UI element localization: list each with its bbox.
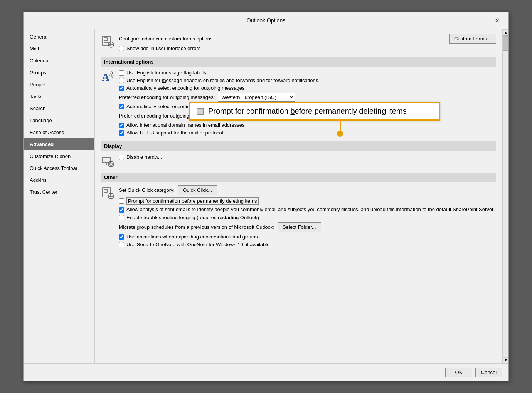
prompt-delete-row: Prompt for confirmation before permanent… xyxy=(119,197,496,205)
auto-vcards-row: Automatically select encoding for outgoi… xyxy=(119,104,496,109)
use-english-flags-label[interactable]: Use English for message flag labels xyxy=(126,70,206,76)
quick-click-label: Set Quick Click category: xyxy=(119,187,175,193)
other-content: Set Quick Click category: Quick Click...… xyxy=(119,185,496,249)
ok-button[interactable]: OK xyxy=(445,368,472,377)
close-button[interactable]: ✕ xyxy=(492,15,502,26)
custom-forms-button[interactable]: Custom Forms... xyxy=(449,34,496,44)
allow-utf8-checkbox[interactable] xyxy=(119,130,124,136)
sidebar-item-mail[interactable]: Mail xyxy=(24,43,94,55)
custom-forms-content: Configure advanced custom forms options.… xyxy=(119,34,496,53)
svg-point-11 xyxy=(108,161,114,167)
international-content: Use English for message flag labels Use … xyxy=(119,70,496,138)
scrollbar-thumb[interactable] xyxy=(503,35,508,51)
scrollbar-up-arrow[interactable]: ▲ xyxy=(503,29,508,35)
enable-troubleshooting-row: Enable troubleshooting logging (requires… xyxy=(119,215,496,220)
scrollbar-down-arrow[interactable]: ▼ xyxy=(503,357,508,363)
preferred-vcards-row: Preferred encoding for outgoing vCards: … xyxy=(119,111,496,120)
auto-vcards-label[interactable]: Automatically select encoding for outgoi… xyxy=(126,104,237,109)
outlook-options-dialog: Outlook Options ✕ General Mail Calendar … xyxy=(23,12,509,381)
other-header: Other xyxy=(101,173,496,182)
use-send-to-onenote-label[interactable]: Use Send to OneNote with OneNote for Win… xyxy=(126,242,269,247)
forms-icon xyxy=(101,35,115,49)
international-icon: A A xyxy=(101,71,115,84)
sidebar-item-ease-of-access[interactable]: Ease of Access xyxy=(24,126,94,138)
scrollable-content: Configure advanced custom forms options.… xyxy=(95,29,502,363)
svg-rect-10 xyxy=(103,157,110,163)
show-addin-errors-checkbox[interactable] xyxy=(119,46,124,51)
svg-rect-16 xyxy=(104,189,107,192)
display-content: Disable hardw... xyxy=(119,154,496,162)
use-animations-label[interactable]: Use animations when expanding conversati… xyxy=(126,234,258,240)
international-row: A A Use English for message flag labels xyxy=(101,70,496,138)
sidebar-item-general[interactable]: General xyxy=(24,31,94,43)
custom-forms-description: Configure advanced custom forms options. xyxy=(119,36,444,42)
sidebar-item-language[interactable]: Language xyxy=(24,114,94,126)
sidebar-item-groups[interactable]: Groups xyxy=(24,67,94,79)
allow-intl-domain-checkbox[interactable] xyxy=(119,123,124,128)
custom-forms-row: Configure advanced custom forms options.… xyxy=(101,34,496,53)
use-animations-row: Use animations when expanding conversati… xyxy=(119,234,496,240)
auto-encoding-label[interactable]: Automatically select encoding for outgoi… xyxy=(126,85,244,91)
svg-point-12 xyxy=(110,163,112,165)
quick-click-button[interactable]: Quick Click... xyxy=(178,185,217,195)
disable-hardware-label[interactable]: Disable hardw... xyxy=(126,154,162,160)
sidebar-item-customize-ribbon[interactable]: Customize Ribbon xyxy=(24,150,94,162)
use-english-flags-row: Use English for message flag labels xyxy=(119,70,496,76)
cancel-button[interactable]: Cancel xyxy=(475,368,502,377)
enable-troubleshooting-label[interactable]: Enable troubleshooting logging (requires… xyxy=(126,215,259,220)
scrollbar[interactable]: ▲ ▼ xyxy=(502,29,508,363)
allow-intl-domain-label[interactable]: Allow international domain names in emai… xyxy=(126,122,244,128)
use-english-headers-row: Use English for message headers on repli… xyxy=(119,77,496,83)
title-bar: Outlook Options ✕ xyxy=(24,12,508,29)
allow-analysis-checkbox[interactable] xyxy=(119,207,124,213)
sidebar: General Mail Calendar Groups People Task… xyxy=(24,29,95,363)
migrate-schedules-label: Migrate group schedules from a previous … xyxy=(119,224,274,230)
auto-vcards-checkbox[interactable] xyxy=(119,104,124,109)
select-folder-button[interactable]: Select Folder... xyxy=(278,222,321,232)
sidebar-item-search[interactable]: Search xyxy=(24,102,94,114)
preferred-encoding-row: Preferred encoding for outgoing messages… xyxy=(119,93,496,102)
prompt-delete-checkbox[interactable] xyxy=(119,198,124,204)
sidebar-item-advanced[interactable]: Advanced xyxy=(24,138,94,150)
use-animations-checkbox[interactable] xyxy=(119,234,124,240)
display-header: Display xyxy=(101,141,496,151)
preferred-encoding-label: Preferred encoding for outgoing messages… xyxy=(119,94,215,100)
quick-click-row: Set Quick Click category: Quick Click... xyxy=(119,185,496,195)
allow-intl-domain-row: Allow international domain names in emai… xyxy=(119,122,496,128)
allow-analysis-label[interactable]: Allow analysis of sent emails to identif… xyxy=(126,207,495,212)
other-row: Set Quick Click category: Quick Click...… xyxy=(101,185,496,249)
use-english-headers-checkbox[interactable] xyxy=(119,78,124,83)
show-addin-errors-row: Show add-in user interface errors xyxy=(119,45,496,51)
allow-analysis-row: Allow analysis of sent emails to identif… xyxy=(119,207,496,213)
sidebar-item-trust-center[interactable]: Trust Center xyxy=(24,186,94,198)
svg-text:A: A xyxy=(108,71,114,80)
sidebar-item-calendar[interactable]: Calendar xyxy=(24,55,94,67)
sidebar-item-tasks[interactable]: Tasks xyxy=(24,91,94,102)
sidebar-item-people[interactable]: People xyxy=(24,79,94,91)
international-header: International options xyxy=(101,57,496,67)
display-row: Disable hardw... xyxy=(101,154,496,169)
enable-troubleshooting-checkbox[interactable] xyxy=(119,215,124,220)
show-addin-errors-label[interactable]: Show add-in user interface errors xyxy=(126,45,200,51)
preferred-encoding-select[interactable]: Western European (ISO) xyxy=(218,93,295,102)
use-english-headers-label[interactable]: Use English for message headers on repli… xyxy=(126,77,320,83)
preferred-vcards-select[interactable]: Western European (Windows) xyxy=(211,111,290,120)
sidebar-item-add-ins[interactable]: Add-ins xyxy=(24,174,94,186)
disable-hardware-checkbox[interactable] xyxy=(119,155,124,160)
content-wrapper: Configure advanced custom forms options.… xyxy=(95,29,508,363)
disable-hardware-row: Disable hardw... xyxy=(119,154,496,160)
svg-rect-1 xyxy=(104,38,107,41)
allow-utf8-row: Allow UTF-8 support for the mailto: prot… xyxy=(119,130,496,136)
allow-utf8-label[interactable]: Allow UTF-8 support for the mailto: prot… xyxy=(126,130,223,136)
use-english-flags-checkbox[interactable] xyxy=(119,70,124,76)
use-send-to-onenote-checkbox[interactable] xyxy=(119,242,124,247)
other-icon xyxy=(101,186,115,200)
dialog-title: Outlook Options xyxy=(40,17,492,24)
display-icon xyxy=(101,155,115,169)
custom-forms-desc-row: Configure advanced custom forms options.… xyxy=(119,34,496,44)
prompt-delete-label[interactable]: Prompt for confirmation before permanent… xyxy=(126,197,259,205)
auto-encoding-checkbox[interactable] xyxy=(119,86,124,91)
migrate-schedules-row: Migrate group schedules from a previous … xyxy=(119,222,496,232)
sidebar-item-quick-access-toolbar[interactable]: Quick Access Toolbar xyxy=(24,162,94,174)
auto-encoding-row: Automatically select encoding for outgoi… xyxy=(119,85,496,91)
